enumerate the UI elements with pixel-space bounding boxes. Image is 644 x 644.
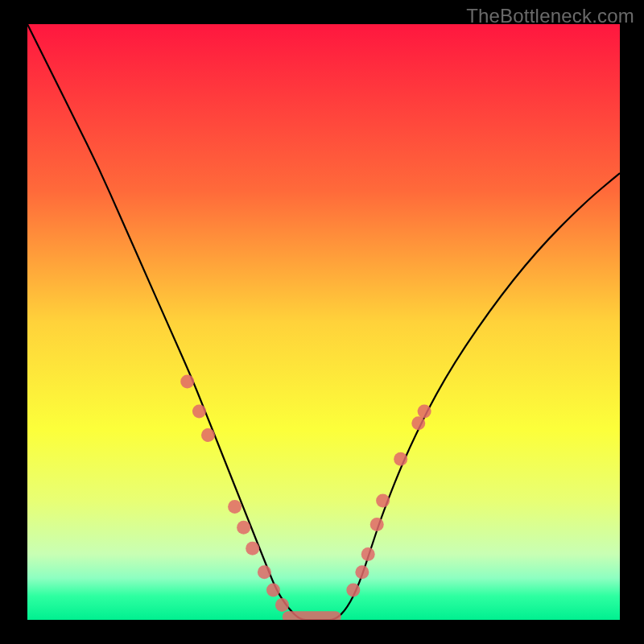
curve-marker xyxy=(370,518,384,531)
curve-marker xyxy=(201,428,215,442)
watermark-text: TheBottleneck.com xyxy=(466,5,634,27)
curve-marker xyxy=(275,598,289,612)
curve-marker xyxy=(355,565,369,579)
curve-marker xyxy=(266,584,280,597)
chart-svg xyxy=(27,24,620,620)
bottleneck-curve xyxy=(27,24,620,620)
curve-marker xyxy=(237,521,250,535)
curve-marker xyxy=(258,565,271,579)
curve-marker xyxy=(246,542,259,555)
curve-marker xyxy=(346,584,360,597)
curve-marker xyxy=(394,452,407,466)
curve-marker xyxy=(192,405,206,419)
curve-marker xyxy=(180,375,194,389)
curve-markers xyxy=(180,375,431,613)
curve-marker xyxy=(418,405,431,419)
curve-marker xyxy=(376,494,390,508)
curve-marker xyxy=(228,500,242,514)
chart-plot-area xyxy=(27,24,620,620)
curve-marker xyxy=(411,416,425,430)
chart-frame: TheBottleneck.com xyxy=(0,0,644,644)
curve-marker xyxy=(361,547,375,561)
